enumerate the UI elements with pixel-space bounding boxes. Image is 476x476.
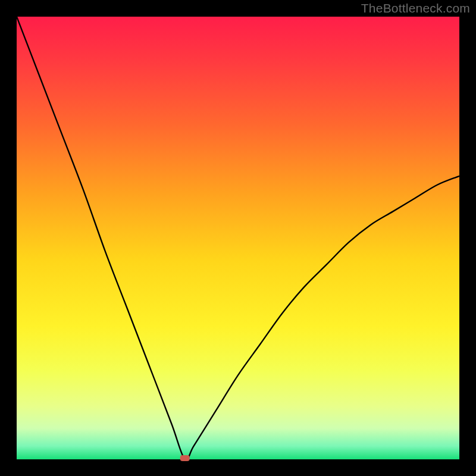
watermark-text: TheBottleneck.com <box>361 1 470 15</box>
plot-area <box>17 17 459 459</box>
chart-frame: TheBottleneck.com <box>0 0 476 476</box>
bottleneck-chart <box>0 0 476 476</box>
min-marker <box>180 455 190 461</box>
